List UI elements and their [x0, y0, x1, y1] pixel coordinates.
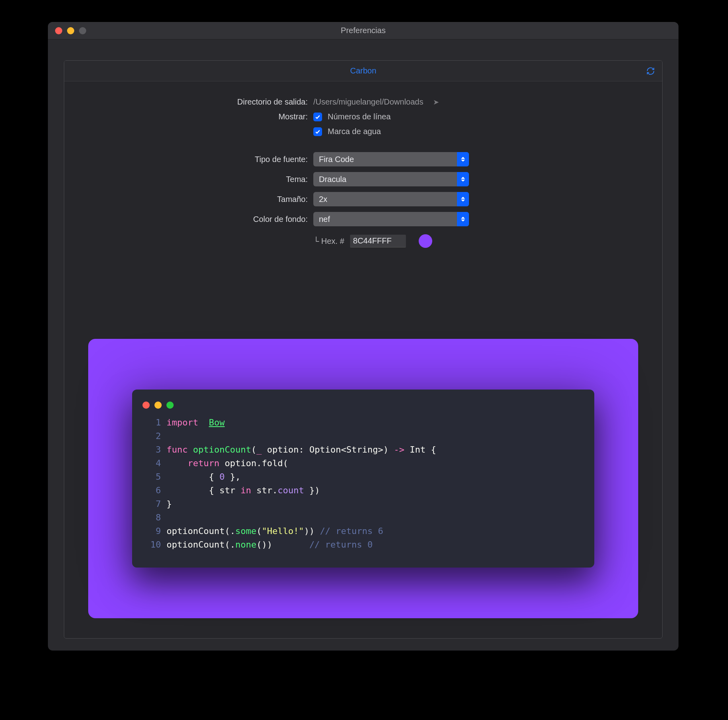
zoom-icon: [79, 27, 86, 34]
code-line: 6 { str in str.count }): [142, 484, 584, 497]
minimize-icon[interactable]: [67, 27, 74, 34]
code-line: 1import Bow: [142, 416, 584, 429]
preferences-form: Directorio de salida: /Users/miguelangel…: [64, 81, 662, 248]
watermark-checkbox[interactable]: [313, 127, 322, 136]
font-label: Tipo de fuente:: [64, 155, 308, 164]
code-preview-window: 1import Bow23func optionCount(_ option: …: [132, 390, 594, 568]
code-line: 5 { 0 },: [142, 470, 584, 484]
font-select-value: Fira Code: [319, 155, 354, 164]
tabbar: Carbon: [64, 61, 662, 81]
hex-prefix: └ Hex. #: [313, 237, 344, 246]
bg-select[interactable]: nef: [313, 212, 469, 226]
bg-select-value: nef: [319, 215, 330, 224]
output-dir-value[interactable]: /Users/miguelangel/Downloads: [313, 97, 423, 107]
size-select-value: 2x: [319, 195, 327, 204]
preferences-window: Preferencias Carbon Directorio de salida…: [48, 22, 679, 651]
code-line: 10optionCount(.none()) // returns 0: [142, 538, 584, 552]
code-line: 9optionCount(.some("Hello!")) // returns…: [142, 524, 584, 538]
line-numbers-label: Números de línea: [328, 112, 391, 121]
hex-input[interactable]: [350, 235, 406, 247]
line-numbers-checkbox[interactable]: [313, 113, 322, 121]
updown-icon: [457, 192, 469, 206]
chevron-right-icon[interactable]: ➤: [433, 98, 439, 107]
watermark-label: Marca de agua: [328, 127, 381, 136]
updown-icon: [457, 152, 469, 166]
preview-background: 1import Bow23func optionCount(_ option: …: [88, 339, 638, 618]
font-select[interactable]: Fira Code: [313, 152, 469, 166]
close-icon[interactable]: [55, 27, 62, 34]
preview-window-controls: [132, 399, 594, 416]
refresh-icon[interactable]: [646, 67, 655, 75]
size-label: Tamaño:: [64, 195, 308, 204]
updown-icon: [457, 212, 469, 226]
code-line: 4 return option.fold(: [142, 457, 584, 470]
theme-select[interactable]: Dracula: [313, 172, 469, 186]
code-preview: 1import Bow23func optionCount(_ option: …: [132, 416, 594, 552]
code-line: 7}: [142, 497, 584, 511]
window-controls: [55, 27, 86, 34]
minimize-icon: [154, 402, 162, 409]
content-frame: Carbon Directorio de salida: /Users/migu…: [64, 60, 663, 639]
updown-icon: [457, 172, 469, 186]
code-line: 2: [142, 429, 584, 443]
zoom-icon: [166, 402, 174, 409]
tab-carbon[interactable]: Carbon: [350, 66, 376, 75]
bg-label: Color de fondo:: [64, 215, 308, 224]
output-dir-label: Directorio de salida:: [64, 97, 308, 107]
theme-label: Tema:: [64, 175, 308, 184]
theme-select-value: Dracula: [319, 175, 346, 184]
color-swatch[interactable]: [419, 234, 432, 248]
window-title: Preferencias: [48, 26, 679, 35]
close-icon: [142, 402, 150, 409]
titlebar: Preferencias: [48, 22, 679, 40]
size-select[interactable]: 2x: [313, 192, 469, 206]
show-label: Mostrar:: [64, 112, 308, 121]
code-line: 3func optionCount(_ option: Option<Strin…: [142, 443, 584, 457]
code-line: 8: [142, 511, 584, 524]
